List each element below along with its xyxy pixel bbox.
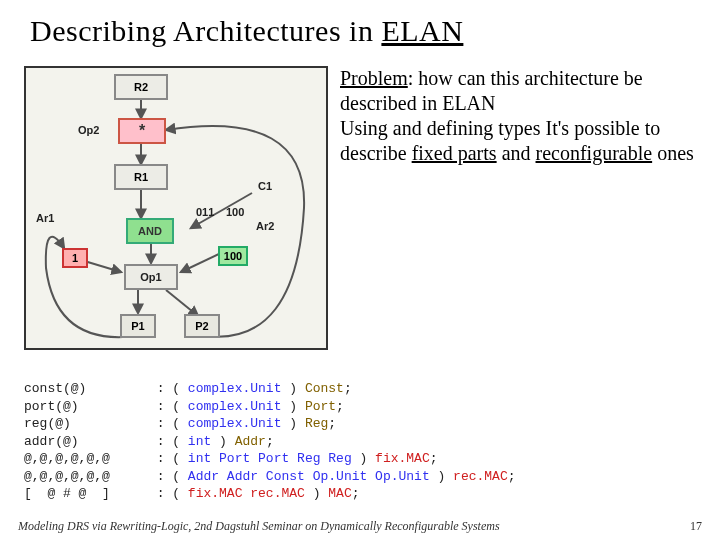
- register-r1: R1: [114, 164, 168, 190]
- r6e: rec.MAC: [453, 469, 508, 484]
- r1c: complex.Unit: [188, 381, 282, 396]
- r7d: ): [305, 486, 328, 501]
- r7c: fix.MAC rec.MAC: [188, 486, 305, 501]
- bits-100-b: 100: [218, 246, 248, 266]
- r6b: : (: [157, 469, 188, 484]
- r4e: Addr: [235, 434, 266, 449]
- row1-left: const(@): [24, 381, 86, 396]
- label-c1: C1: [258, 180, 272, 192]
- r7e: MAC: [328, 486, 351, 501]
- row6-left: @,@,@,@,@,@: [24, 469, 110, 484]
- r2f: ;: [336, 399, 344, 414]
- footer-text: Modeling DRS via Rewriting-Logic, 2nd Da…: [18, 519, 500, 534]
- r1f: ;: [344, 381, 352, 396]
- op-star: *: [118, 118, 166, 144]
- slide-body: R2 Op2 * R1 C1 Ar1 011 100 Ar2 AND 1 100…: [0, 58, 720, 488]
- row7-left: [ @ # @ ]: [24, 486, 110, 501]
- op1-box: Op1: [124, 264, 178, 290]
- r3b: : (: [157, 416, 188, 431]
- label-op1: Op1: [140, 271, 161, 283]
- svg-line-8: [181, 253, 221, 272]
- slide-title: Describing Architectures in ELAN: [0, 0, 720, 48]
- r3f: ;: [328, 416, 336, 431]
- problem-word: Problem: [340, 67, 408, 89]
- r4f: ;: [266, 434, 274, 449]
- register-r2: R2: [114, 74, 168, 100]
- r3c: complex.Unit: [188, 416, 282, 431]
- r5d: ): [352, 451, 375, 466]
- title-pre: Describing Architectures in: [30, 14, 381, 47]
- r4b: : (: [157, 434, 188, 449]
- page-number: 17: [690, 519, 702, 534]
- r6c: Addr Addr Const Op.Unit Op.Unit: [188, 469, 430, 484]
- r1e: Const: [305, 381, 344, 396]
- row5-left: @,@,@,@,@,@: [24, 451, 110, 466]
- title-elan: ELAN: [381, 14, 463, 47]
- problem-fixed: fixed parts: [412, 142, 497, 164]
- bits-011: 011: [196, 206, 214, 218]
- r2b: : (: [157, 399, 188, 414]
- r5f: ;: [430, 451, 438, 466]
- r4d: ): [211, 434, 234, 449]
- problem-l2e: ones: [652, 142, 694, 164]
- r6f: ;: [508, 469, 516, 484]
- r4c: int: [188, 434, 211, 449]
- problem-reconfig: reconfigurable: [536, 142, 653, 164]
- r2e: Port: [305, 399, 336, 414]
- r5e: fix.MAC: [375, 451, 430, 466]
- r3d: ): [281, 416, 304, 431]
- port-p2: P2: [184, 314, 220, 338]
- bits-100-a: 100: [226, 206, 244, 218]
- row2-left: port(@): [24, 399, 79, 414]
- op-and: AND: [126, 218, 174, 244]
- r1d: ): [281, 381, 304, 396]
- row3-left: reg(@): [24, 416, 71, 431]
- r1b: : (: [157, 381, 188, 396]
- r6d: ): [430, 469, 453, 484]
- r5b: : (: [157, 451, 188, 466]
- diagram-wires: [26, 68, 326, 348]
- footer: Modeling DRS via Rewriting-Logic, 2nd Da…: [18, 519, 702, 534]
- r2d: ): [281, 399, 304, 414]
- r7f: ;: [352, 486, 360, 501]
- r7b: : (: [157, 486, 188, 501]
- port-p1: P1: [120, 314, 156, 338]
- type-signatures: const(@) : ( complex.Unit ) Const; port(…: [24, 380, 516, 503]
- problem-text: Problem: how can this architecture be de…: [340, 66, 700, 166]
- row4-left: addr(@): [24, 434, 79, 449]
- label-op2: Op2: [78, 124, 99, 136]
- architecture-diagram: R2 Op2 * R1 C1 Ar1 011 100 Ar2 AND 1 100…: [24, 66, 328, 350]
- const-one: 1: [62, 248, 88, 268]
- r2c: complex.Unit: [188, 399, 282, 414]
- label-ar2: Ar2: [256, 220, 274, 232]
- svg-line-7: [166, 290, 198, 316]
- label-ar1: Ar1: [36, 212, 54, 224]
- r5c: int Port Port Reg Reg: [188, 451, 352, 466]
- problem-l2c: and: [497, 142, 536, 164]
- r3e: Reg: [305, 416, 328, 431]
